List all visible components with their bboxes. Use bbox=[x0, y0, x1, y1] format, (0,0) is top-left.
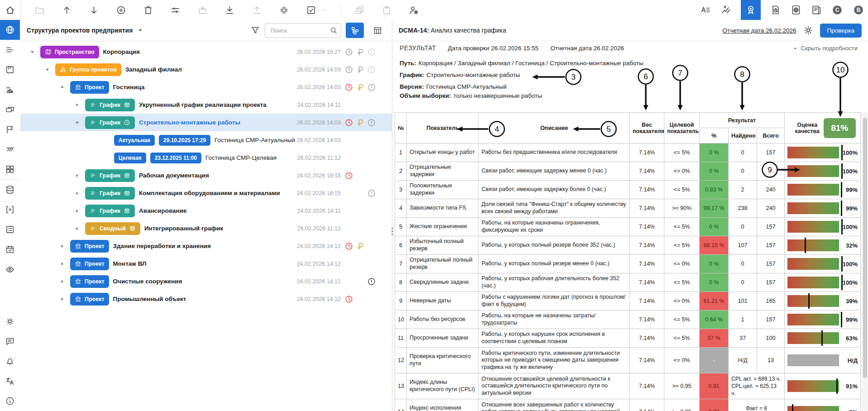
bank-icon bbox=[75, 243, 81, 249]
box-import-button[interactable] bbox=[197, 5, 208, 15]
caret-right-icon[interactable] bbox=[59, 296, 65, 302]
caret-down-icon[interactable] bbox=[59, 84, 65, 90]
rail-item-hatch[interactable] bbox=[0, 139, 20, 159]
caret-right-icon[interactable] bbox=[74, 102, 80, 108]
gear-icon[interactable] bbox=[803, 25, 814, 36]
caret-right-icon[interactable] bbox=[74, 190, 80, 196]
rail-item-list-tree[interactable] bbox=[0, 40, 20, 60]
rail-item-flag[interactable] bbox=[0, 119, 20, 139]
rail-item-sun[interactable] bbox=[0, 311, 20, 331]
rail-item-translate[interactable] bbox=[0, 371, 20, 391]
doc-report-button[interactable] bbox=[811, 5, 822, 15]
tree-row[interactable]: Актуальная29.10.2025 17:29Гостиница СМР-… bbox=[20, 131, 392, 149]
rail-item-layers[interactable] bbox=[0, 100, 20, 119]
award-active-button[interactable] bbox=[741, 0, 761, 20]
tree-row[interactable]: ГрафикАвансирование24.02.2026 14:11 bbox=[20, 202, 392, 220]
caret-right-icon[interactable] bbox=[74, 208, 80, 214]
download-button[interactable] bbox=[224, 5, 235, 15]
award-button[interactable] bbox=[745, 5, 756, 15]
total-cell: 157 bbox=[757, 143, 785, 162]
check-button[interactable]: Проверка bbox=[820, 24, 862, 38]
tree-row[interactable]: СводныйИнтегрированный график26.02.2026 … bbox=[20, 220, 392, 237]
rail-item-globe[interactable] bbox=[0, 20, 20, 40]
caret-right-icon[interactable] bbox=[59, 261, 65, 267]
caret-right-icon[interactable] bbox=[74, 225, 80, 231]
caret-down-icon[interactable] bbox=[29, 49, 35, 55]
tree-row[interactable]: ПроектПромышленный объект24.02.2026 14:1… bbox=[20, 290, 392, 308]
arrow-down-button[interactable] bbox=[89, 5, 99, 15]
quality-cell: 100% bbox=[785, 273, 861, 292]
plus-circle-button[interactable] bbox=[116, 5, 126, 15]
chat-icon bbox=[5, 336, 15, 346]
user-gear-button[interactable] bbox=[409, 5, 419, 15]
tree-row[interactable]: ПроектМонтаж ВЛ24.02.2026 14:12 bbox=[20, 255, 392, 272]
checkbox-button[interactable] bbox=[306, 5, 316, 15]
rail-item-board[interactable] bbox=[0, 60, 20, 80]
rail-item-info[interactable] bbox=[0, 391, 20, 411]
circle-b-button[interactable]: B bbox=[853, 4, 864, 16]
tree-row[interactable]: ГрафикКомплектация оборудованием и матер… bbox=[20, 184, 392, 202]
percent-cell: 0.83 % bbox=[700, 181, 729, 199]
search-input[interactable] bbox=[270, 27, 329, 34]
sliders-button[interactable] bbox=[170, 5, 181, 15]
doc-globe-button[interactable] bbox=[791, 5, 801, 15]
circle-c-button[interactable]: C bbox=[831, 4, 843, 16]
tree-row[interactable]: ГрафикРабочая документация24.02.2026 18:… bbox=[20, 167, 392, 184]
trash-button[interactable] bbox=[143, 5, 153, 15]
chevron-down-icon[interactable] bbox=[137, 27, 143, 33]
status-slot-empty bbox=[367, 136, 376, 145]
filter-button[interactable] bbox=[250, 25, 260, 35]
schedule-value: Строительно-монтажные работы bbox=[426, 72, 520, 78]
tree-row[interactable]: ПространствоКорпорация26.02.2026 15:27 bbox=[20, 43, 392, 61]
rail-item-database[interactable] bbox=[0, 179, 20, 200]
rail-item-chart[interactable] bbox=[0, 80, 20, 100]
rail-item-grid[interactable] bbox=[0, 159, 20, 179]
rail-item-list-box[interactable] bbox=[0, 220, 20, 239]
percent-cell: 0 % bbox=[700, 218, 729, 236]
scrollbar-thumb[interactable] bbox=[863, 118, 867, 378]
paste-button[interactable] bbox=[382, 5, 392, 15]
doc-pie-button[interactable] bbox=[770, 5, 781, 15]
copy-button[interactable] bbox=[354, 5, 365, 15]
weight-cell: 7.14% bbox=[630, 348, 664, 373]
rail-item-chat[interactable] bbox=[0, 331, 20, 351]
tree-row[interactable]: ПроектОчистные сооружения24.02.2026 14:1… bbox=[20, 272, 392, 290]
hide-details-button[interactable]: Скрыть подробности bbox=[793, 45, 858, 52]
globe-icon bbox=[5, 25, 15, 35]
upload-button[interactable] bbox=[252, 5, 262, 15]
tree-view-toggle[interactable] bbox=[346, 23, 364, 38]
tree-row[interactable]: Группа проектовЗападный филиал26.02.2026… bbox=[20, 61, 392, 78]
tree-row[interactable]: ПроектГостиница26.02.2026 14:03 bbox=[20, 78, 392, 96]
badge-label: Проект bbox=[85, 243, 105, 249]
home-button[interactable] bbox=[0, 0, 21, 20]
weight-cell: 7.14% bbox=[630, 236, 664, 255]
search-icon[interactable] bbox=[329, 26, 338, 34]
status-slot-empty bbox=[356, 171, 365, 180]
folder-open-button[interactable] bbox=[34, 5, 45, 15]
caret-down-icon[interactable] bbox=[74, 119, 80, 125]
arrow-up-button[interactable] bbox=[62, 5, 72, 15]
calendar-check-icon bbox=[5, 244, 15, 254]
panel-resize-handle[interactable] bbox=[391, 227, 393, 235]
report-date-link[interactable]: Отчетная дата 26.02.2026 bbox=[723, 27, 796, 34]
tree-row[interactable]: ГрафикСтроительно-монтажные работы26.02.… bbox=[20, 114, 392, 131]
rail-item-eye[interactable] bbox=[0, 259, 20, 279]
rail-item-brackets-a[interactable]: A bbox=[0, 200, 20, 220]
tree-item-name: Строительно-монтажные работы bbox=[139, 119, 240, 126]
table-view-toggle[interactable] bbox=[368, 23, 386, 38]
tree-row[interactable]: ПроектЗдание переработки и хранения24.02… bbox=[20, 237, 392, 255]
tree-row[interactable]: Целевая23.12.2025 11:00Гостиница СМР-Цел… bbox=[20, 149, 392, 167]
collapse-button[interactable] bbox=[279, 5, 289, 15]
rail-item-calendar-check[interactable] bbox=[0, 239, 20, 259]
rail-item-bell[interactable] bbox=[0, 351, 20, 371]
caret-right-icon[interactable] bbox=[74, 172, 80, 178]
caret-right-icon[interactable] bbox=[59, 243, 65, 249]
trend-button[interactable] bbox=[720, 5, 731, 15]
clock-icon bbox=[344, 83, 353, 92]
tree-row[interactable]: ГрафикУкрупненный график реализации прое… bbox=[20, 96, 392, 114]
caret-down-icon[interactable] bbox=[44, 67, 50, 72]
target-cell: <= 0% bbox=[664, 292, 700, 311]
chevron-down-button[interactable] bbox=[321, 7, 328, 13]
caret-right-icon[interactable] bbox=[59, 278, 65, 284]
text-settings-button[interactable] bbox=[700, 5, 711, 15]
